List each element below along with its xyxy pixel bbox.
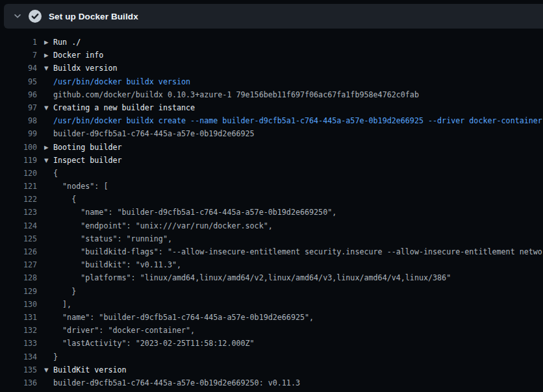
log-text: "buildkitd-flags": "--allow-insecure-ent…	[53, 245, 543, 258]
line-number[interactable]: 1	[0, 36, 37, 49]
line-number[interactable]: 98	[0, 114, 37, 127]
line-number[interactable]: 99	[0, 127, 37, 140]
line-number[interactable]: 120	[0, 167, 37, 180]
line-number[interactable]: 94	[0, 62, 37, 75]
line-number[interactable]: 132	[0, 324, 37, 337]
log-text: "platforms": "linux/amd64,linux/amd64/v2…	[53, 271, 543, 284]
log-line: 122 {	[0, 193, 543, 206]
step-title: Set up Docker Buildx	[49, 12, 138, 21]
log-group-row[interactable]: 94 ▼ Buildx version	[0, 62, 543, 75]
log-line: 126 "buildkitd-flags": "--allow-insecure…	[0, 245, 543, 258]
line-number[interactable]: 134	[0, 350, 37, 363]
log-text: }	[53, 285, 543, 298]
log-line: 130 ],	[0, 298, 543, 311]
log-line: 121 "nodes": [	[0, 180, 543, 193]
log-text: ],	[53, 298, 543, 311]
group-toggle-icon[interactable]: ▼	[44, 62, 53, 75]
log-line: 132 "driver": "docker-container",	[0, 324, 543, 337]
log-line: 133 "lastActivity": "2023-02-25T11:58:12…	[0, 337, 543, 350]
line-number[interactable]: 100	[0, 141, 37, 154]
line-number[interactable]: 126	[0, 245, 37, 258]
log-line: 99 builder-d9cfb5a1-c764-445a-a57e-0b19d…	[0, 127, 543, 140]
log-group-row[interactable]: 7 ▶ Docker info	[0, 49, 543, 62]
log-text: Buildx version	[53, 62, 543, 75]
group-toggle-icon[interactable]: ▼	[44, 363, 53, 376]
log-text: }	[53, 350, 543, 363]
log-line: 136 builder-d9cfb5a1-c764-445a-a57e-0b19…	[0, 376, 543, 389]
log-line: 134 }	[0, 350, 543, 363]
log-text: builder-d9cfb5a1-c764-445a-a57e-0b19d2e6…	[53, 127, 543, 140]
log-text: "lastActivity": "2023-02-25T11:58:12.000…	[53, 337, 543, 350]
line-number[interactable]: 124	[0, 219, 37, 232]
line-number[interactable]: 133	[0, 337, 37, 350]
log-text: "name": "builder-d9cfb5a1-c764-445a-a57e…	[53, 206, 543, 219]
log-text: Creating a new builder instance	[53, 101, 543, 114]
line-number[interactable]: 127	[0, 258, 37, 271]
line-number[interactable]: 128	[0, 271, 37, 284]
log-line: 120 {	[0, 167, 543, 180]
log-text: Inspect builder	[53, 154, 543, 167]
line-number[interactable]: 7	[0, 49, 37, 62]
log-text: {	[53, 167, 543, 180]
log-group-row[interactable]: 100 ▶ Booting builder	[0, 141, 543, 154]
log-text: BuildKit version	[53, 363, 543, 376]
log-text: builder-d9cfb5a1-c764-445a-a57e-0b19d2e6…	[53, 376, 543, 389]
log-text: "status": "running",	[53, 232, 543, 245]
log-line: 98 /usr/bin/docker buildx create --name …	[0, 114, 543, 127]
line-number[interactable]: 130	[0, 298, 37, 311]
log-line: 95 /usr/bin/docker buildx version	[0, 75, 543, 88]
log-group-row[interactable]: 119 ▼ Inspect builder	[0, 154, 543, 167]
check-circle-icon	[29, 10, 42, 23]
log-line: 96 github.com/docker/buildx 0.10.3+azure…	[0, 88, 543, 101]
line-number[interactable]: 129	[0, 285, 37, 298]
log-group-row[interactable]: 97 ▼ Creating a new builder instance	[0, 101, 543, 114]
line-number[interactable]: 96	[0, 88, 37, 101]
log-text: Booting builder	[53, 141, 543, 154]
line-number[interactable]: 136	[0, 376, 37, 389]
line-number[interactable]: 131	[0, 311, 37, 324]
line-number[interactable]: 135	[0, 363, 37, 376]
log-text: "endpoint": "unix:///var/run/docker.sock…	[53, 219, 543, 232]
group-toggle-icon[interactable]: ▶	[44, 141, 53, 154]
log-text: "nodes": [	[53, 180, 543, 193]
log-line: 129 }	[0, 285, 543, 298]
log-text: "buildkit": "v0.11.3",	[53, 258, 543, 271]
log-text: Run ./	[53, 36, 543, 49]
line-number[interactable]: 122	[0, 193, 37, 206]
log-text: "driver": "docker-container",	[53, 324, 543, 337]
log-line: 125 "status": "running",	[0, 232, 543, 245]
group-toggle-icon[interactable]: ▼	[44, 101, 53, 114]
log-line: 127 "buildkit": "v0.11.3",	[0, 258, 543, 271]
line-number[interactable]: 123	[0, 206, 37, 219]
log-text: "name": "builder-d9cfb5a1-c764-445a-a57e…	[53, 311, 543, 324]
group-toggle-icon[interactable]: ▶	[44, 36, 53, 49]
log-group-row[interactable]: 1 ▶ Run ./	[0, 36, 543, 49]
log-content: 1 ▶ Run ./ 7 ▶ Docker info 94 ▼ Buildx v…	[0, 29, 543, 392]
log-line: 124 "endpoint": "unix:///var/run/docker.…	[0, 219, 543, 232]
step-header[interactable]: Set up Docker Buildx	[4, 4, 543, 29]
log-line: 131 "name": "builder-d9cfb5a1-c764-445a-…	[0, 311, 543, 324]
line-number[interactable]: 121	[0, 180, 37, 193]
log-rows: 1 ▶ Run ./ 7 ▶ Docker info 94 ▼ Buildx v…	[0, 36, 543, 389]
log-group-row[interactable]: 135 ▼ BuildKit version	[0, 363, 543, 376]
group-toggle-icon[interactable]: ▼	[44, 154, 53, 167]
log-line: 123 "name": "builder-d9cfb5a1-c764-445a-…	[0, 206, 543, 219]
log-text: /usr/bin/docker buildx version	[53, 75, 543, 88]
line-number[interactable]: 125	[0, 232, 37, 245]
log-text: {	[53, 193, 543, 206]
line-number[interactable]: 95	[0, 75, 37, 88]
line-number[interactable]: 119	[0, 154, 37, 167]
group-toggle-icon[interactable]: ▶	[44, 49, 53, 62]
log-text: /usr/bin/docker buildx create --name bui…	[53, 114, 543, 127]
chevron-down-icon[interactable]	[13, 12, 22, 21]
log-line: 128 "platforms": "linux/amd64,linux/amd6…	[0, 271, 543, 284]
log-text: Docker info	[53, 49, 543, 62]
line-number[interactable]: 97	[0, 101, 37, 114]
log-text: github.com/docker/buildx 0.10.3+azure-1 …	[53, 88, 543, 101]
